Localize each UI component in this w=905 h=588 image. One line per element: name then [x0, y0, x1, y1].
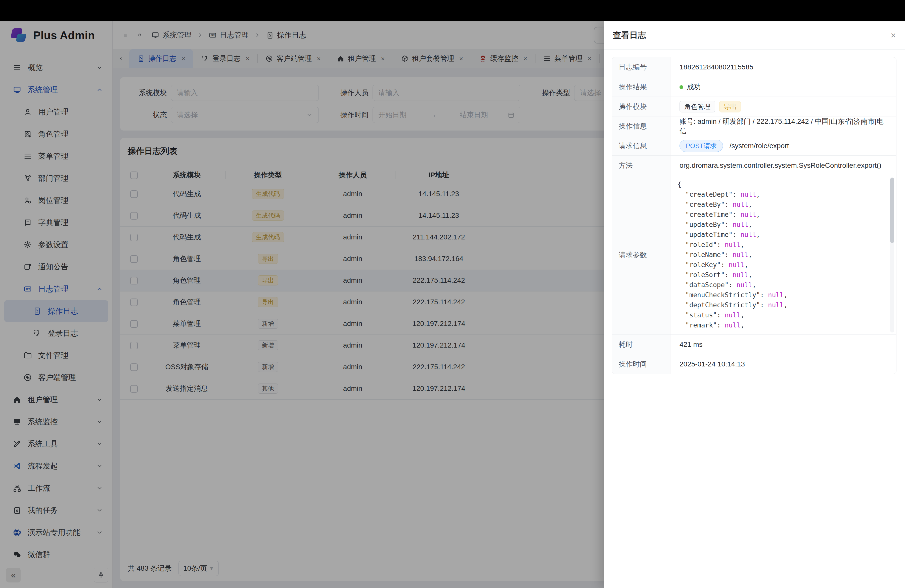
info-value: 账号: admin / 研发部门 / 222.175.114.242 / 中国|…	[670, 116, 896, 136]
json-line: "deptCheckStrictly": null,	[678, 300, 889, 310]
drawer-body: 日志编号 1882612840802115585 操作结果 成功 操作模块 角色…	[604, 49, 905, 374]
detail-row-request: 请求信息 POST请求 /system/role/export	[612, 136, 896, 156]
scrollbar-thumb[interactable]	[890, 178, 894, 243]
json-line: "createDept": null,	[678, 189, 889, 199]
request-value: POST请求 /system/role/export	[670, 136, 896, 156]
time-value: 2025-01-24 10:14:13	[670, 354, 896, 374]
detail-row-duration: 耗时 421 ms	[612, 334, 896, 354]
detail-row-info: 操作信息 账号: admin / 研发部门 / 222.175.114.242 …	[612, 116, 896, 136]
module-value: 角色管理 导出	[670, 97, 896, 116]
detail-row-log-id: 日志编号 1882612840802115585	[612, 57, 896, 77]
close-icon[interactable]: ×	[891, 31, 896, 40]
json-line: "menuCheckStrictly": null,	[678, 290, 889, 300]
json-line: "createTime": null,	[678, 210, 889, 219]
json-line: "dataScope": null,	[678, 280, 889, 290]
view-log-drawer: 查看日志 × 日志编号 1882612840802115585 操作结果 成功 …	[604, 21, 905, 588]
log-detail-table: 日志编号 1882612840802115585 操作结果 成功 操作模块 角色…	[612, 57, 897, 374]
log-id-value: 1882612840802115585	[670, 57, 896, 77]
method-value: org.dromara.system.controller.system.Sys…	[670, 156, 896, 175]
indent-guide	[681, 190, 681, 332]
post-method-tag: POST请求	[680, 140, 723, 152]
json-line: "roleSort": null,	[678, 270, 889, 280]
drawer-header: 查看日志 ×	[604, 21, 905, 49]
json-line: "roleKey": null,	[678, 260, 889, 270]
result-value: 成功	[670, 77, 896, 97]
duration-value: 421 ms	[670, 335, 896, 354]
json-line: "roleName": null,	[678, 250, 889, 260]
detail-row-module: 操作模块 角色管理 导出	[612, 97, 896, 116]
json-line: "status": null,	[678, 310, 889, 320]
json-line: "roleId": null,	[678, 240, 889, 250]
drawer-title: 查看日志	[613, 30, 646, 41]
detail-row-result: 操作结果 成功	[612, 77, 896, 97]
request-path: /system/role/export	[730, 142, 789, 150]
json-line: "updateBy": null,	[678, 219, 889, 230]
json-line: "updateTime": null,	[678, 230, 889, 240]
detail-row-time: 操作时间 2025-01-24 10:14:13	[612, 354, 896, 374]
json-line: "createBy": null,	[678, 199, 889, 210]
scrollbar-track[interactable]	[890, 177, 894, 332]
success-dot-icon	[680, 85, 683, 89]
module-tag: 角色管理	[680, 101, 715, 113]
json-viewer: { "createDept": null, "createBy": null, …	[670, 175, 896, 334]
action-tag: 导出	[719, 101, 741, 113]
json-line: {	[678, 179, 889, 189]
detail-row-method: 方法 org.dromara.system.controller.system.…	[612, 156, 896, 175]
screen: Plus Admin 概览系统管理用户管理角色管理菜单管理部门管理岗位管理字典管…	[0, 0, 905, 588]
json-line: "remark": null,	[678, 320, 889, 330]
params-value: { "createDept": null, "createBy": null, …	[670, 175, 896, 334]
detail-row-params: 请求参数 { "createDept": null, "createBy": n…	[612, 175, 896, 334]
